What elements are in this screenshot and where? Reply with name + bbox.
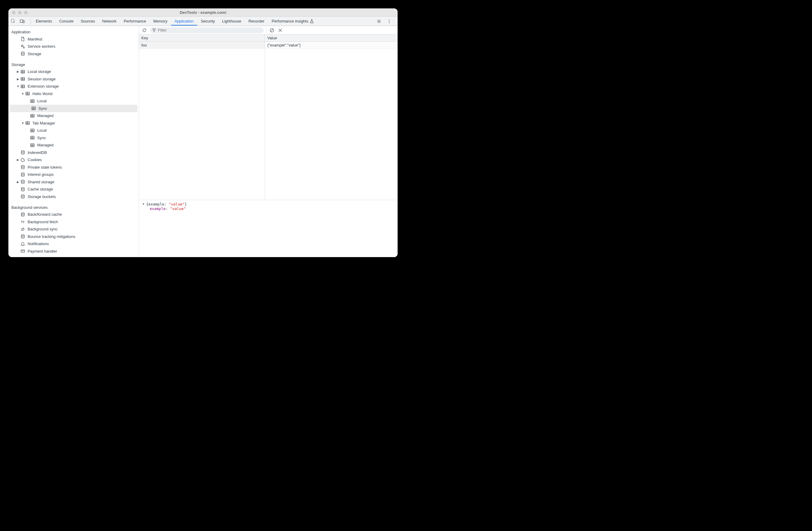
table-header-row: Key Value (139, 34, 397, 42)
sidebar-item-label: Managed (37, 143, 136, 147)
tab-sources[interactable]: Sources (77, 17, 99, 26)
detail-summary-line[interactable]: ▼ {example: "value"} (142, 202, 395, 206)
refresh-button[interactable] (141, 27, 147, 33)
chevron-right-icon[interactable]: ▶ (16, 158, 20, 161)
svg-point-64 (21, 235, 24, 236)
card-icon (20, 249, 25, 253)
sidebar-item-label: Managed (37, 114, 136, 118)
sidebar-item-private-state-tokens[interactable]: ▶Private state tokens (9, 163, 139, 171)
sidebar-item-label: Background sync (28, 227, 136, 231)
tab-memory[interactable]: Memory (150, 17, 171, 26)
sidebar-item-tab-manager[interactable]: ▼Tab Manager (9, 119, 139, 127)
sidebar-item-label: Cookies (28, 158, 136, 162)
sidebar-item-local-storage[interactable]: ▶Local storage (9, 68, 139, 76)
svg-point-63 (21, 213, 24, 214)
sidebar-item-bounce-tracking-mitigations[interactable]: ▶Bounce tracking mitigations (9, 233, 139, 240)
sidebar-item-service-workers[interactable]: ▶Service workers (9, 43, 139, 50)
sidebar-item-back-forward-cache[interactable]: ▶Back/forward cache (9, 211, 139, 218)
sidebar-item-managed[interactable]: ▶Managed (9, 142, 139, 149)
sidebar-item-label: Storage buckets (28, 194, 136, 199)
svg-point-3 (378, 20, 380, 21)
tab-lighthouse[interactable]: Lighthouse (218, 17, 245, 26)
sidebar-item-label: Local storage (28, 69, 136, 74)
sidebar-item-hello-world[interactable]: ▼Hello World (9, 90, 139, 98)
tab-security[interactable]: Security (197, 17, 218, 26)
more-menu-icon[interactable] (387, 19, 392, 24)
sidebar-item-sync[interactable]: ▶Sync (9, 134, 139, 142)
cell-key[interactable]: foo (139, 42, 265, 49)
svg-rect-14 (21, 77, 25, 80)
inspect-element-icon[interactable] (11, 19, 16, 24)
sidebar-item-cache-storage[interactable]: ▶Cache storage (9, 186, 139, 193)
sidebar-item-label: Private state tokens (28, 165, 136, 169)
database-icon (20, 51, 25, 56)
database-icon (20, 150, 25, 155)
sidebar-item-shared-storage[interactable]: ▶Shared storage (9, 178, 139, 186)
sidebar-item-interest-groups[interactable]: ▶Interest groups (9, 171, 139, 178)
tab-performance[interactable]: Performance (120, 17, 149, 26)
settings-icon[interactable] (377, 19, 381, 24)
chevron-down-icon[interactable]: ▼ (21, 121, 25, 125)
database-icon (20, 179, 25, 184)
svg-rect-1 (20, 20, 23, 23)
storage-table: Key Value foo{"example":"value"} (139, 34, 397, 200)
cell-value[interactable]: {"example":"value"} (265, 42, 397, 49)
window-title: DevTools - example.com/ (9, 10, 397, 15)
svg-point-55 (22, 159, 22, 160)
sidebar-item-local[interactable]: ▶Local (9, 98, 139, 105)
sync-icon (20, 227, 25, 232)
sidebar-item-label: Sync (37, 136, 136, 140)
chevron-down-icon[interactable]: ▼ (21, 92, 25, 95)
sidebar-section-title: Storage (9, 61, 139, 68)
column-header-key[interactable]: Key (139, 34, 265, 41)
sidebar-item-local[interactable]: ▶Local (9, 127, 139, 134)
tab-network[interactable]: Network (99, 17, 120, 26)
sidebar-item-background-fetch[interactable]: ▶Background fetch (9, 218, 139, 226)
column-header-value[interactable]: Value (265, 34, 397, 41)
filter-icon (152, 28, 156, 32)
sidebar-item-label: Manifest (28, 37, 136, 41)
detail-property-line[interactable]: example: "value" (142, 206, 395, 211)
svg-rect-18 (21, 85, 25, 88)
sidebar-item-managed[interactable]: ▶Managed (9, 112, 139, 120)
sidebar-item-sync[interactable]: ▶Sync (10, 105, 137, 112)
svg-point-6 (389, 22, 390, 23)
disclosure-triangle-icon[interactable]: ▼ (142, 202, 145, 206)
sidebar-item-cookies[interactable]: ▶Cookies (9, 156, 139, 164)
device-toolbar-icon[interactable] (20, 19, 25, 24)
sidebar-item-storage[interactable]: ▶Storage (9, 50, 139, 58)
chevron-down-icon[interactable]: ▼ (16, 85, 20, 88)
tab-elements[interactable]: Elements (32, 17, 56, 26)
chevron-right-icon[interactable]: ▶ (16, 70, 20, 73)
tab-recorder[interactable]: Recorder (245, 17, 268, 26)
filter-input[interactable] (158, 28, 261, 32)
document-icon (20, 36, 25, 41)
table-row[interactable]: foo{"example":"value"} (139, 42, 397, 49)
svg-rect-22 (26, 92, 29, 95)
filter-field[interactable] (150, 27, 264, 33)
sidebar-item-payment-handler[interactable]: ▶Payment handler (9, 248, 139, 255)
clear-all-button[interactable] (269, 27, 275, 33)
svg-point-61 (21, 188, 24, 189)
tab-label: Elements (36, 19, 52, 24)
sidebar-item-session-storage[interactable]: ▶Session storage (9, 75, 139, 83)
sidebar-item-notifications[interactable]: ▶Notifications (9, 240, 139, 248)
sidebar-item-indexeddb[interactable]: ▶IndexedDB (9, 149, 139, 156)
tab-application[interactable]: Application (171, 17, 198, 26)
sidebar-item-background-sync[interactable]: ▶Background sync (9, 226, 139, 233)
tab-performance-insights[interactable]: Performance insights (268, 17, 320, 26)
svg-rect-65 (21, 250, 25, 252)
sidebar-item-label: Interest groups (28, 172, 136, 177)
sidebar-item-label: Extension storage (28, 84, 136, 89)
delete-selected-button[interactable] (277, 27, 283, 33)
chevron-right-icon[interactable]: ▶ (16, 77, 20, 81)
sidebar-item-storage-buckets[interactable]: ▶Storage buckets (9, 193, 139, 201)
chevron-right-icon[interactable]: ▶ (16, 180, 20, 183)
titlebar: DevTools - example.com/ (9, 9, 397, 17)
tab-console[interactable]: Console (56, 17, 77, 26)
tab-label: Console (59, 19, 73, 24)
sidebar-item-extension-storage[interactable]: ▼Extension storage (9, 83, 139, 90)
devtools-tabbar: ElementsConsoleSourcesNetworkPerformance… (9, 17, 397, 26)
sidebar-item-manifest[interactable]: ▶Manifest (9, 35, 139, 43)
sidebar-item-label: Local (37, 128, 136, 133)
